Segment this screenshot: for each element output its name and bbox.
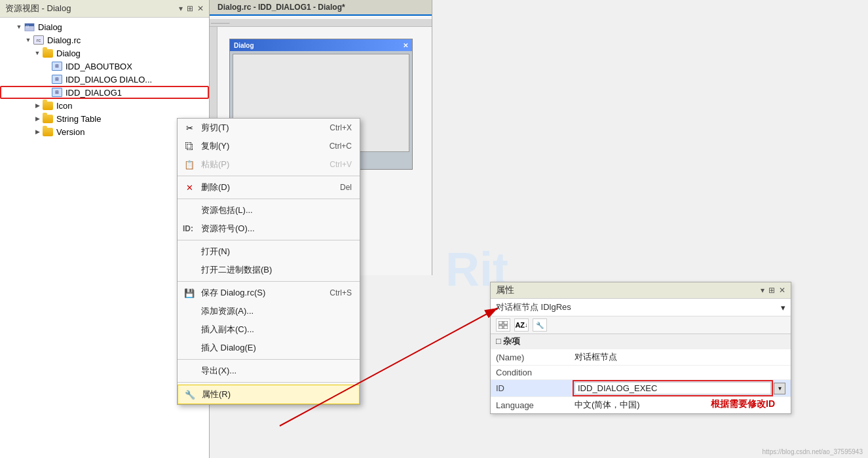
delete-icon: ✕ <box>183 183 196 193</box>
tree-item-dialog-folder[interactable]: ▼ Dialog <box>0 47 209 60</box>
tree-arrow-string-table: ▶ <box>33 114 42 123</box>
section-misc-header: □ 杂项 <box>491 334 791 349</box>
properties-toolbar: AZ ↓ 🔧 <box>491 316 791 334</box>
prop-name-id: ID <box>491 380 569 397</box>
properties-pin-btn[interactable]: ▾ <box>761 286 764 295</box>
save-icon: 💾 <box>183 288 196 298</box>
menu-item-resource-symbol[interactable]: ID: 资源符号(O)... <box>178 219 360 238</box>
tree-item-dialog-rc[interactable]: ▼ rc Dialog.rc <box>0 33 209 47</box>
menu-item-open-binary[interactable]: 打开二进制数据(B) <box>178 261 360 279</box>
toolbar-icon-wrench[interactable]: 🔧 <box>533 318 547 332</box>
menu-item-copy[interactable]: ⿻ 复制(Y) Ctrl+C <box>178 137 360 155</box>
menu-item-save-label: 保存 Dialog.rc(S) <box>201 287 316 299</box>
toolbar-icon-sort[interactable]: AZ ↓ <box>514 318 529 332</box>
tree-arrow-icon: ▶ <box>33 101 42 110</box>
prop-name-language: Language <box>491 397 569 413</box>
idd-dialog1-icon: ⊞ <box>51 87 63 98</box>
svg-rect-5 <box>499 321 502 324</box>
menu-separator-4 <box>178 281 360 282</box>
tree-item-idd-dialog-dialo[interactable]: ▶ ⊞ IDD_DIALOG DIALO... <box>0 73 209 86</box>
prop-id-dropdown-btn[interactable]: ▾ <box>774 383 785 394</box>
dialog-title-bar: Dialog ✕ <box>230 39 412 51</box>
svg-rect-8 <box>504 326 508 329</box>
resource-view-header: 资源视图 - Dialog ▾ ⊞ ✕ <box>0 0 209 18</box>
menu-item-delete[interactable]: ✕ 删除(D) Del <box>178 178 360 197</box>
menu-separator-5 <box>178 359 360 360</box>
resource-view-pin-icon[interactable]: ▾ <box>179 4 183 13</box>
string-table-folder-icon <box>42 113 54 124</box>
properties-dropdown-arrow: ▾ <box>781 303 785 313</box>
tree-item-idd-dialog1[interactable]: ▶ ⊞ IDD_DIALOG1 <box>0 86 209 99</box>
tree-item-idd-aboutbox[interactable]: ▶ ⊞ IDD_ABOUTBOX <box>0 60 209 73</box>
menu-item-properties[interactable]: 🔧 属性(R) <box>178 385 360 404</box>
prop-id-input[interactable]: IDD_DIALOG_EXEC <box>575 382 771 394</box>
dialog-canvas-title: Dialog <box>234 42 254 49</box>
idd-aboutbox-icon: ⊞ <box>51 61 63 71</box>
menu-item-open-label: 打开(N) <box>201 246 352 258</box>
menu-item-delete-label: 删除(D) <box>201 181 327 193</box>
menu-separator-1 <box>178 176 360 176</box>
properties-dropdown-row[interactable]: 对话框节点 IDlgRes ▾ <box>491 299 791 316</box>
tree-item-dialog-root[interactable]: ▼ ⊡ Dialog <box>0 20 209 33</box>
menu-item-delete-shortcut: Del <box>340 183 352 192</box>
tree-item-icon-folder[interactable]: ▶ Icon <box>0 99 209 112</box>
paste-icon: 📋 <box>183 160 196 170</box>
dialog-canvas-close: ✕ <box>403 42 408 49</box>
editor-tab-title: Dialog.rc - IDD_DIALOG1 - Dialog* <box>217 3 345 12</box>
watermark: https://blog.csdn.net/ao_37595943 <box>763 448 863 455</box>
menu-item-add-resource-label: 添加资源(A)... <box>201 305 352 317</box>
menu-item-paste-label: 粘贴(P) <box>201 159 316 170</box>
menu-item-copy-label: 复制(Y) <box>201 140 316 152</box>
menu-item-save-shortcut: Ctrl+S <box>330 288 352 297</box>
menu-item-paste-shortcut: Ctrl+V <box>330 160 352 169</box>
annotation-modify-id: 根据需要修改ID <box>711 398 775 410</box>
menu-item-insert-copy[interactable]: 插入副本(C)... <box>178 320 360 339</box>
menu-item-save[interactable]: 💾 保存 Dialog.rc(S) Ctrl+S <box>178 284 360 302</box>
menu-item-export[interactable]: 导出(X)... <box>178 362 360 380</box>
properties-close-btn[interactable]: ✕ <box>779 286 785 295</box>
menu-separator-3 <box>178 240 360 240</box>
toolbar-icon-grid[interactable] <box>496 318 510 332</box>
properties-row-id[interactable]: ID IDD_DIALOG_EXEC ▾ <box>491 380 791 397</box>
editor-tab: Dialog.rc - IDD_DIALOG1 - Dialog* <box>210 0 432 16</box>
tree-arrow-dialog-root: ▼ <box>14 22 24 31</box>
editor-ruler-top: ───── <box>210 19 432 27</box>
menu-item-paste[interactable]: 📋 粘贴(P) Ctrl+V <box>178 155 360 174</box>
tree-item-dialog-folder-label: Dialog <box>56 48 81 58</box>
menu-item-open[interactable]: 打开(N) <box>178 242 360 261</box>
menu-item-insert-dialog[interactable]: 插入 Dialog(E) <box>178 339 360 357</box>
prop-value-id: IDD_DIALOG_EXEC ▾ <box>569 380 791 397</box>
properties-panel: 属性 ▾ ⊞ ✕ 对话框节点 IDlgRes ▾ AZ ↓ 🔧 □ 杂项 <box>490 282 791 414</box>
tree-item-idd-aboutbox-label: IDD_ABOUTBOX <box>66 62 132 71</box>
resource-view-controls: ▾ ⊞ ✕ <box>179 4 204 13</box>
tree-arrow-dialog-rc: ▼ <box>24 35 33 45</box>
copy-icon: ⿻ <box>183 142 196 151</box>
menu-item-cut[interactable]: ✂ 剪切(T) Ctrl+X <box>178 119 360 137</box>
dialog-rc-icon: rc <box>33 35 45 45</box>
properties-dock-btn[interactable]: ⊞ <box>768 286 775 295</box>
properties-row-condition: Condition <box>491 366 791 380</box>
properties-header: 属性 ▾ ⊞ ✕ <box>491 282 791 299</box>
tree-item-dialog-root-label: Dialog <box>38 22 62 32</box>
resource-view-dock-icon[interactable]: ⊞ <box>187 4 193 13</box>
prop-name-name: (Name) <box>491 349 569 366</box>
menu-item-add-resource[interactable]: 添加资源(A)... <box>178 302 360 320</box>
menu-item-resource-include[interactable]: 资源包括(L)... <box>178 201 360 219</box>
tree-item-string-table-label: String Table <box>56 114 101 124</box>
menu-item-open-binary-label: 打开二进制数据(B) <box>201 264 352 276</box>
menu-item-cut-shortcut: Ctrl+X <box>330 123 352 132</box>
menu-item-properties-label: 属性(R) <box>202 389 351 400</box>
prop-name-condition: Condition <box>491 366 569 380</box>
tree-arrow-version: ▶ <box>33 127 42 136</box>
menu-item-resource-include-label: 资源包括(L)... <box>201 204 352 216</box>
tree-item-idd-dialog1-label: IDD_DIALOG1 <box>66 88 122 98</box>
prop-value-name: 对话框节点 <box>569 349 791 366</box>
prop-value-id-box: IDD_DIALOG_EXEC ▾ <box>575 382 785 394</box>
resource-view-close-icon[interactable]: ✕ <box>197 4 204 13</box>
svg-text:⊡: ⊡ <box>26 24 29 28</box>
menu-separator-2 <box>178 199 360 199</box>
resource-view-title: 资源视图 - Dialog <box>5 3 71 14</box>
menu-item-export-label: 导出(X)... <box>201 365 352 377</box>
tree-item-version-label: Version <box>56 127 85 137</box>
context-menu: ✂ 剪切(T) Ctrl+X ⿻ 复制(Y) Ctrl+C 📋 粘贴(P) Ct… <box>177 118 360 405</box>
